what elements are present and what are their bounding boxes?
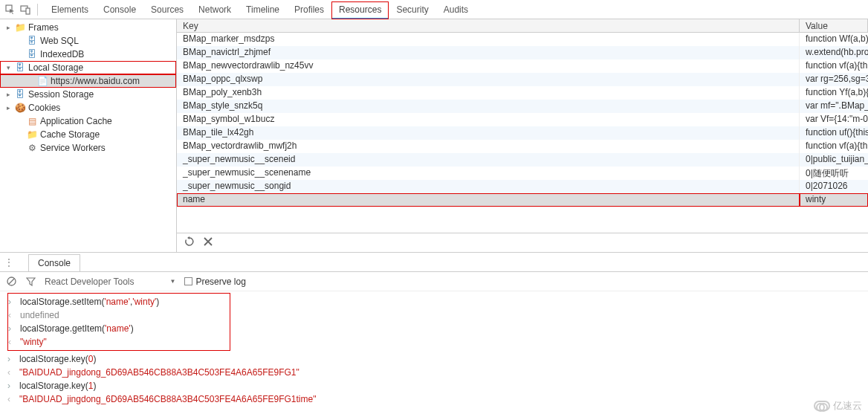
cell-key: BMap_navictrl_zhjmef (177, 46, 800, 59)
clear-console-icon[interactable] (6, 277, 16, 287)
grid-header: Key Value (177, 19, 868, 33)
cell-key: BMap_poly_xenb3h (177, 86, 800, 100)
cell-value: winty (800, 193, 868, 207)
console-drawer-toolbar: ⋮ Console (0, 253, 868, 272)
grid-icon: ▤ (27, 116, 37, 126)
folder-icon: 📁 (15, 22, 25, 33)
tab-resources[interactable]: Resources (331, 1, 389, 19)
table-row[interactable]: _super_newmusic__sceneid0|public_tuijian… (177, 153, 868, 167)
db-icon: 🗄 (27, 49, 37, 59)
console-line: ›localStorage.getItem('name') (8, 322, 230, 335)
cell-key: BMap_marker_msdzps (177, 33, 800, 46)
tab-timeline[interactable]: Timeline (239, 1, 287, 18)
table-row[interactable]: BMap_navictrl_zhjmefw.extend(hb.prot (177, 46, 868, 59)
tree-item[interactable]: 🗄Web SQL (0, 34, 176, 48)
db-icon: 🗄 (15, 62, 25, 73)
tree-item-label: Local Storage (28, 62, 83, 73)
tree-item[interactable]: 📄https://www.baidu.com (0, 74, 176, 88)
console-filterbar: React Developer Tools ▼ Preserve log (0, 272, 868, 291)
cell-key: BMap_oppc_qlxswp (177, 73, 800, 86)
grid-toolbar (177, 233, 868, 252)
cell-key: _super_newmusic__sceneid (177, 153, 800, 167)
expand-icon: ▾ (4, 64, 12, 71)
cell-value: function vf(a){thi (800, 140, 868, 153)
console-tab[interactable]: Console (28, 254, 80, 271)
table-row[interactable]: BMap_oppc_qlxswpvar rg=256,sg=3 (177, 73, 868, 86)
cell-key: name (177, 193, 800, 207)
db-icon: 🗄 (15, 89, 25, 100)
context-selector[interactable]: React Developer Tools ▼ (45, 277, 175, 287)
console-line: ‹"BAIDUAD_jingdong_6D69AB546CB88A3B4C503… (7, 366, 868, 379)
table-row[interactable]: BMap_style_snzk5qvar mf=".BMap_r (177, 100, 868, 113)
tab-elements[interactable]: Elements (44, 1, 96, 18)
cell-value: function Yf(a,b){e (800, 86, 868, 100)
cell-key: _super_newmusic__songid (177, 180, 800, 193)
tree-item-label: Frames (28, 22, 59, 33)
cell-value: function vf(a){thi (800, 59, 868, 73)
cell-value: var Vf={14:"m-0. (800, 113, 868, 126)
cell-key: BMap_newvectordrawlib_nz45vv (177, 59, 800, 73)
filter-icon[interactable] (25, 277, 36, 287)
cell-value: var rg=256,sg=3 (800, 73, 868, 86)
console-line: ›localStorage.key(0) (7, 352, 868, 366)
storage-grid: Key Value BMap_marker_msdzpsfunction Wf(… (177, 19, 868, 252)
table-row[interactable]: BMap_tile_lx42ghfunction uf(){this (177, 126, 868, 140)
cell-value: var mf=".BMap_r (800, 100, 868, 113)
tab-audits[interactable]: Audits (436, 1, 476, 18)
tree-item[interactable]: ▤Application Cache (0, 114, 176, 128)
tree-item[interactable]: ▸🗄Session Storage (0, 88, 176, 101)
console-tab-label: Console (38, 258, 71, 268)
cell-key: BMap_vectordrawlib_mwfj2h (177, 140, 800, 153)
refresh-icon[interactable] (184, 236, 195, 249)
col-key[interactable]: Key (177, 19, 800, 32)
folder-icon: 📁 (27, 129, 37, 140)
table-row[interactable]: namewinty (177, 193, 868, 207)
cell-value: 0|public_tuijian_s (800, 153, 868, 167)
table-row[interactable]: _super_newmusic__scenename0|随便听听 (177, 167, 868, 180)
file-icon: 📄 (37, 76, 48, 86)
devtools-tabbar: ElementsConsoleSourcesNetworkTimelinePro… (0, 0, 868, 19)
cell-value: function uf(){this (800, 126, 868, 140)
cell-value: function Wf(a,b){ (800, 33, 868, 46)
tree-item-label: Cookies (28, 103, 60, 113)
inspect-icon[interactable] (4, 4, 16, 16)
table-row[interactable]: BMap_newvectordrawlib_nz45vvfunction vf(… (177, 59, 868, 73)
svg-line-4 (8, 279, 13, 284)
tree-item-label: Application Cache (40, 116, 112, 126)
cell-key: _super_newmusic__scenename (177, 167, 800, 180)
console-line: ›localStorage.key(1) (7, 379, 868, 392)
cell-key: BMap_tile_lx42gh (177, 126, 800, 140)
table-row[interactable]: BMap_vectordrawlib_mwfj2hfunction vf(a){… (177, 140, 868, 153)
tree-item[interactable]: ▾🗄Local Storage (0, 61, 176, 74)
tree-item-label: Web SQL (40, 36, 79, 46)
table-row[interactable]: BMap_marker_msdzpsfunction Wf(a,b){ (177, 33, 868, 46)
resources-sidebar: ▸📁Frames🗄Web SQL🗄IndexedDB▾🗄Local Storag… (0, 19, 177, 252)
drawer-menu-icon[interactable]: ⋮ (4, 257, 13, 268)
tree-item[interactable]: 🗄IndexedDB (0, 48, 176, 61)
tab-profiles[interactable]: Profiles (287, 1, 331, 18)
cell-value: w.extend(hb.prot (800, 46, 868, 59)
console-output[interactable]: ›localStorage.setItem('name','winty')‹un… (0, 291, 868, 406)
tree-item[interactable]: ⚙Service Workers (0, 141, 176, 155)
col-value[interactable]: Value (800, 19, 868, 32)
table-row[interactable]: BMap_symbol_w1buczvar Vf={14:"m-0. (177, 113, 868, 126)
tree-item[interactable]: 📁Cache Storage (0, 128, 176, 141)
device-icon[interactable] (19, 4, 31, 16)
gear-icon: ⚙ (27, 143, 37, 153)
tab-security[interactable]: Security (389, 1, 435, 18)
tree-item-label: https://www.baidu.com (51, 76, 140, 86)
cell-key: BMap_symbol_w1bucz (177, 113, 800, 126)
preserve-log-checkbox[interactable]: Preserve log (184, 277, 245, 287)
tab-console[interactable]: Console (96, 1, 143, 18)
table-row[interactable]: BMap_poly_xenb3hfunction Yf(a,b){e (177, 86, 868, 100)
table-row[interactable]: _super_newmusic__songid0|2071026 (177, 180, 868, 193)
tree-item[interactable]: ▸📁Frames (0, 21, 176, 34)
tab-network[interactable]: Network (191, 1, 239, 18)
watermark-icon (814, 401, 830, 411)
tree-item[interactable]: ▸🍪Cookies (0, 101, 176, 114)
checkbox-icon (184, 277, 192, 285)
cell-value: 0|随便听听 (800, 167, 868, 180)
console-line: ‹"BAIDUAD_jingdong_6D69AB546CB88A3B4C503… (7, 392, 868, 406)
tab-sources[interactable]: Sources (143, 1, 191, 18)
delete-icon[interactable] (204, 237, 213, 248)
